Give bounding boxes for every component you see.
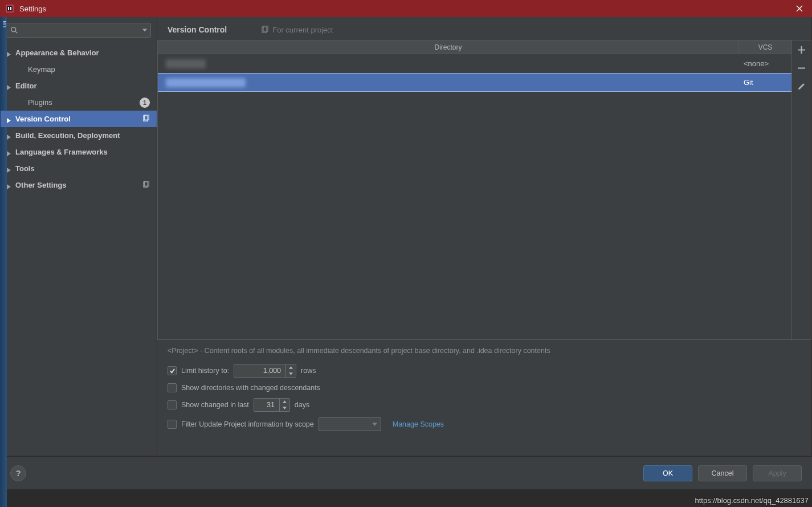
show-changed-input[interactable]	[254, 401, 279, 409]
table-row[interactable]: <none>	[158, 54, 791, 73]
dialog-footer: ? OK Cancel Apply	[0, 456, 812, 489]
chevron-down-icon	[289, 372, 293, 375]
check-icon	[169, 368, 176, 374]
days-label: days	[295, 401, 309, 409]
spinner-down[interactable]	[280, 405, 289, 411]
search-icon	[10, 26, 18, 34]
sidebar-item-build[interactable]: Build, Execution, Deployment	[1, 127, 157, 144]
limit-history-label: Limit history to:	[181, 367, 229, 375]
sidebar-item-plugins[interactable]: Plugins 1	[1, 94, 157, 111]
chevron-up-icon	[283, 400, 287, 403]
apply-button[interactable]: Apply	[753, 465, 802, 481]
vcs-mapping-table: Directory VCS <none> Git	[157, 40, 792, 340]
pencil-icon	[797, 82, 806, 91]
plus-icon	[797, 46, 806, 54]
svg-rect-1	[7, 6, 13, 11]
spinner-down[interactable]	[286, 371, 296, 377]
sidebar-item-tools[interactable]: Tools	[1, 160, 157, 177]
sidebar-item-label: Tools	[15, 164, 35, 173]
project-scope-hint-label: For current project	[272, 26, 333, 34]
th-directory[interactable]: Directory	[158, 40, 739, 54]
sidebar-item-editor[interactable]: Editor	[1, 78, 157, 94]
project-scope-icon	[261, 26, 269, 34]
th-vcs[interactable]: VCS	[739, 40, 791, 54]
sidebar-item-version-control[interactable]: Version Control	[1, 111, 157, 127]
chevron-right-icon	[6, 116, 12, 122]
rows-label: rows	[301, 367, 316, 375]
filter-scope-label: Filter Update Project information by sco…	[181, 420, 314, 428]
chevron-right-icon	[6, 83, 12, 89]
edit-button[interactable]	[792, 77, 811, 95]
settings-sidebar: Appearance & Behavior Keymap Editor Plug…	[1, 17, 157, 456]
chevron-right-icon	[6, 50, 12, 56]
filter-scope-checkbox[interactable]	[168, 420, 177, 429]
search-input[interactable]	[21, 26, 142, 34]
sidebar-item-label: Other Settings	[15, 181, 67, 189]
chevron-down-icon	[142, 29, 147, 32]
plugins-badge: 1	[140, 98, 150, 108]
minus-icon	[797, 64, 806, 72]
project-row-description: <Project> - Content roots of all modules…	[168, 347, 801, 355]
table-toolbar	[792, 40, 811, 340]
search-box[interactable]	[6, 23, 151, 38]
svg-point-2	[11, 27, 16, 32]
sidebar-item-other[interactable]: Other Settings	[1, 177, 157, 193]
help-button[interactable]: ?	[10, 465, 26, 481]
cancel-button[interactable]: Cancel	[698, 465, 747, 481]
watermark: https://blog.csdn.net/qq_42881637	[695, 496, 809, 505]
ok-button[interactable]: OK	[643, 465, 692, 481]
table-header: Directory VCS	[158, 40, 791, 54]
remove-button[interactable]	[792, 59, 811, 77]
content-pane: Version Control For current project Dire…	[157, 17, 811, 456]
window-close-button[interactable]	[791, 1, 807, 17]
window-title: Settings	[19, 5, 791, 13]
limit-history-input[interactable]	[234, 367, 285, 375]
spinner-up[interactable]	[286, 364, 296, 371]
cell-vcs: <none>	[739, 59, 791, 68]
scope-combobox[interactable]	[319, 417, 381, 431]
sidebar-item-label: Version Control	[15, 115, 71, 123]
table-row[interactable]: Git	[158, 73, 791, 92]
project-scope-icon	[142, 115, 150, 124]
chevron-right-icon	[6, 133, 12, 139]
add-button[interactable]	[792, 40, 811, 59]
sidebar-item-label: Appearance & Behavior	[15, 48, 99, 57]
manage-scopes-link[interactable]: Manage Scopes	[393, 420, 444, 428]
project-scope-hint: For current project	[261, 26, 333, 34]
chevron-down-icon	[372, 423, 377, 426]
chevron-right-icon	[6, 166, 12, 172]
show-directories-checkbox[interactable]	[168, 383, 177, 392]
sidebar-item-label: Languages & Frameworks	[15, 148, 108, 156]
cell-directory	[158, 78, 739, 87]
spinner-up[interactable]	[280, 399, 289, 405]
sidebar-item-appearance[interactable]: Appearance & Behavior	[1, 44, 157, 61]
show-changed-label: Show changed in last	[181, 401, 249, 409]
limit-history-checkbox[interactable]	[168, 366, 177, 375]
sidebar-item-keymap[interactable]: Keymap	[1, 61, 157, 78]
chevron-right-icon	[6, 182, 12, 188]
sidebar-item-label: Plugins	[28, 98, 52, 107]
show-directories-label: Show directories with changed descendant…	[181, 384, 320, 392]
sidebar-item-languages[interactable]: Languages & Frameworks	[1, 144, 157, 160]
sidebar-item-label: Editor	[15, 82, 37, 90]
limit-history-spinner[interactable]	[234, 364, 296, 378]
sidebar-item-label: Keymap	[28, 65, 55, 74]
project-scope-icon	[142, 181, 150, 190]
settings-tree: Appearance & Behavior Keymap Editor Plug…	[1, 42, 157, 456]
show-changed-spinner[interactable]	[254, 398, 290, 412]
page-title: Version Control	[168, 25, 227, 34]
cell-directory	[158, 59, 739, 68]
chevron-right-icon	[6, 149, 12, 155]
sidebar-item-label: Build, Execution, Deployment	[15, 131, 120, 140]
app-icon	[5, 3, 15, 14]
cell-vcs: Git	[739, 78, 791, 87]
titlebar: Settings	[0, 0, 812, 17]
chevron-up-icon	[289, 366, 293, 369]
chevron-down-icon	[283, 407, 287, 409]
show-changed-checkbox[interactable]	[168, 400, 177, 409]
